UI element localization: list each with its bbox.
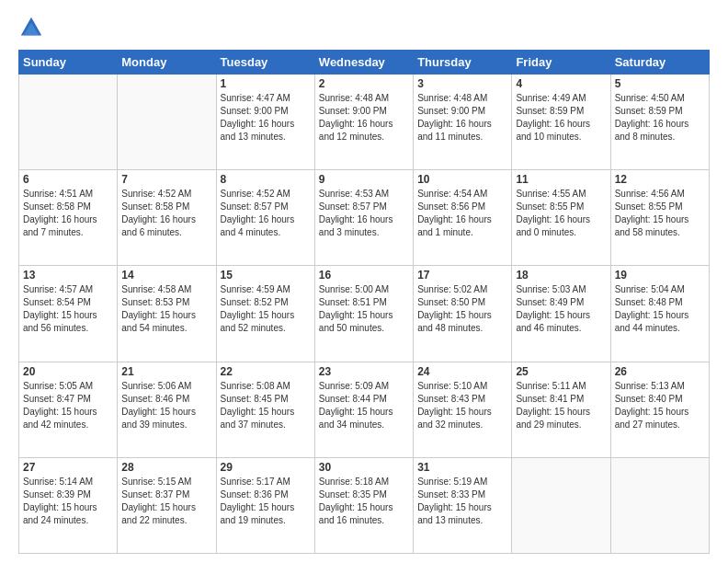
calendar-cell: 15Sunrise: 4:59 AMSunset: 8:52 PMDayligh…: [216, 266, 314, 362]
cell-daylight-info: Sunrise: 5:19 AMSunset: 8:33 PMDaylight:…: [417, 476, 507, 527]
day-number: 16: [319, 269, 409, 282]
calendar-cell: 18Sunrise: 5:03 AMSunset: 8:49 PMDayligh…: [512, 266, 610, 362]
calendar-cell: 28Sunrise: 5:15 AMSunset: 8:37 PMDayligh…: [118, 457, 216, 553]
day-number: 17: [417, 269, 507, 282]
cell-daylight-info: Sunrise: 5:03 AMSunset: 8:49 PMDaylight:…: [516, 283, 606, 335]
day-number: 11: [516, 173, 606, 186]
day-number: 8: [221, 173, 311, 186]
calendar-cell: 21Sunrise: 5:06 AMSunset: 8:46 PMDayligh…: [118, 362, 216, 457]
calendar-cell: 4Sunrise: 4:49 AMSunset: 8:59 PMDaylight…: [512, 75, 610, 170]
day-number: 14: [121, 269, 211, 282]
weekday-header-sunday: Sunday: [19, 51, 118, 75]
calendar-cell: [19, 75, 118, 170]
calendar-cell: 13Sunrise: 4:57 AMSunset: 8:54 PMDayligh…: [19, 266, 118, 362]
day-number: 3: [417, 77, 507, 90]
day-number: 1: [221, 77, 311, 90]
calendar-week-1: 1Sunrise: 4:47 AMSunset: 9:00 PMDaylight…: [19, 75, 710, 170]
calendar-cell: 17Sunrise: 5:02 AMSunset: 8:50 PMDayligh…: [414, 266, 512, 362]
cell-daylight-info: Sunrise: 5:13 AMSunset: 8:40 PMDaylight:…: [615, 380, 705, 431]
weekday-header-tuesday: Tuesday: [216, 51, 314, 75]
cell-daylight-info: Sunrise: 5:14 AMSunset: 8:39 PMDaylight:…: [23, 476, 113, 527]
calendar-cell: [610, 457, 709, 553]
calendar-cell: 10Sunrise: 4:54 AMSunset: 8:56 PMDayligh…: [414, 170, 512, 266]
calendar-cell: 22Sunrise: 5:08 AMSunset: 8:45 PMDayligh…: [216, 362, 314, 457]
day-number: 6: [23, 173, 113, 186]
logo-icon: [18, 15, 44, 40]
weekday-header-friday: Friday: [512, 51, 610, 75]
cell-daylight-info: Sunrise: 5:18 AMSunset: 8:35 PMDaylight:…: [319, 476, 409, 527]
day-number: 4: [516, 77, 606, 90]
day-number: 5: [615, 77, 705, 90]
day-number: 19: [615, 269, 705, 282]
calendar-cell: 23Sunrise: 5:09 AMSunset: 8:44 PMDayligh…: [314, 362, 413, 457]
calendar-cell: 16Sunrise: 5:00 AMSunset: 8:51 PMDayligh…: [314, 266, 413, 362]
calendar-cell: 8Sunrise: 4:52 AMSunset: 8:57 PMDaylight…: [216, 170, 314, 266]
calendar-week-5: 27Sunrise: 5:14 AMSunset: 8:39 PMDayligh…: [19, 457, 710, 553]
day-number: 21: [121, 365, 211, 378]
day-number: 10: [417, 173, 507, 186]
day-number: 2: [319, 77, 409, 90]
calendar-cell: 30Sunrise: 5:18 AMSunset: 8:35 PMDayligh…: [314, 457, 413, 553]
calendar-cell: 2Sunrise: 4:48 AMSunset: 9:00 PMDaylight…: [314, 75, 413, 170]
day-number: 20: [23, 365, 113, 378]
day-number: 22: [221, 365, 311, 378]
cell-daylight-info: Sunrise: 5:00 AMSunset: 8:51 PMDaylight:…: [319, 283, 409, 335]
cell-daylight-info: Sunrise: 4:48 AMSunset: 9:00 PMDaylight:…: [417, 92, 507, 144]
cell-daylight-info: Sunrise: 4:48 AMSunset: 9:00 PMDaylight:…: [319, 92, 409, 144]
page: SundayMondayTuesdayWednesdayThursdayFrid…: [0, 0, 728, 563]
calendar-cell: 3Sunrise: 4:48 AMSunset: 9:00 PMDaylight…: [414, 75, 512, 170]
cell-daylight-info: Sunrise: 5:17 AMSunset: 8:36 PMDaylight:…: [221, 476, 311, 527]
weekday-header-thursday: Thursday: [414, 51, 512, 75]
cell-daylight-info: Sunrise: 4:50 AMSunset: 8:59 PMDaylight:…: [615, 92, 705, 144]
calendar-cell: 19Sunrise: 5:04 AMSunset: 8:48 PMDayligh…: [610, 266, 709, 362]
weekday-header-monday: Monday: [118, 51, 216, 75]
day-number: 18: [516, 269, 606, 282]
cell-daylight-info: Sunrise: 5:10 AMSunset: 8:43 PMDaylight:…: [417, 380, 507, 431]
calendar-cell: 25Sunrise: 5:11 AMSunset: 8:41 PMDayligh…: [512, 362, 610, 457]
logo: [18, 15, 48, 40]
calendar-cell: 29Sunrise: 5:17 AMSunset: 8:36 PMDayligh…: [216, 457, 314, 553]
calendar-week-3: 13Sunrise: 4:57 AMSunset: 8:54 PMDayligh…: [19, 266, 710, 362]
cell-daylight-info: Sunrise: 4:51 AMSunset: 8:58 PMDaylight:…: [23, 188, 113, 239]
cell-daylight-info: Sunrise: 4:52 AMSunset: 8:57 PMDaylight:…: [221, 188, 311, 239]
calendar-cell: 6Sunrise: 4:51 AMSunset: 8:58 PMDaylight…: [19, 170, 118, 266]
calendar-cell: 27Sunrise: 5:14 AMSunset: 8:39 PMDayligh…: [19, 457, 118, 553]
cell-daylight-info: Sunrise: 4:49 AMSunset: 8:59 PMDaylight:…: [516, 92, 606, 144]
cell-daylight-info: Sunrise: 5:08 AMSunset: 8:45 PMDaylight:…: [221, 380, 311, 431]
weekday-header-row: SundayMondayTuesdayWednesdayThursdayFrid…: [19, 51, 710, 75]
day-number: 9: [319, 173, 409, 186]
cell-daylight-info: Sunrise: 4:59 AMSunset: 8:52 PMDaylight:…: [221, 283, 311, 335]
cell-daylight-info: Sunrise: 4:53 AMSunset: 8:57 PMDaylight:…: [319, 188, 409, 239]
cell-daylight-info: Sunrise: 5:02 AMSunset: 8:50 PMDaylight:…: [417, 283, 507, 335]
day-number: 27: [23, 461, 113, 474]
weekday-header-saturday: Saturday: [610, 51, 709, 75]
calendar-cell: 12Sunrise: 4:56 AMSunset: 8:55 PMDayligh…: [610, 170, 709, 266]
calendar-week-2: 6Sunrise: 4:51 AMSunset: 8:58 PMDaylight…: [19, 170, 710, 266]
calendar-cell: 24Sunrise: 5:10 AMSunset: 8:43 PMDayligh…: [414, 362, 512, 457]
calendar-cell: [118, 75, 216, 170]
cell-daylight-info: Sunrise: 5:04 AMSunset: 8:48 PMDaylight:…: [615, 283, 705, 335]
cell-daylight-info: Sunrise: 4:47 AMSunset: 9:00 PMDaylight:…: [221, 92, 311, 144]
day-number: 30: [319, 461, 409, 474]
calendar-cell: 20Sunrise: 5:05 AMSunset: 8:47 PMDayligh…: [19, 362, 118, 457]
day-number: 28: [121, 461, 211, 474]
cell-daylight-info: Sunrise: 5:06 AMSunset: 8:46 PMDaylight:…: [121, 380, 211, 431]
day-number: 26: [615, 365, 705, 378]
calendar-cell: 1Sunrise: 4:47 AMSunset: 9:00 PMDaylight…: [216, 75, 314, 170]
cell-daylight-info: Sunrise: 5:15 AMSunset: 8:37 PMDaylight:…: [121, 476, 211, 527]
cell-daylight-info: Sunrise: 4:55 AMSunset: 8:55 PMDaylight:…: [516, 188, 606, 239]
cell-daylight-info: Sunrise: 5:05 AMSunset: 8:47 PMDaylight:…: [23, 380, 113, 431]
calendar-cell: 9Sunrise: 4:53 AMSunset: 8:57 PMDaylight…: [314, 170, 413, 266]
day-number: 7: [121, 173, 211, 186]
day-number: 29: [221, 461, 311, 474]
day-number: 25: [516, 365, 606, 378]
calendar-cell: 5Sunrise: 4:50 AMSunset: 8:59 PMDaylight…: [610, 75, 709, 170]
calendar-cell: 11Sunrise: 4:55 AMSunset: 8:55 PMDayligh…: [512, 170, 610, 266]
cell-daylight-info: Sunrise: 4:56 AMSunset: 8:55 PMDaylight:…: [615, 188, 705, 239]
calendar-week-4: 20Sunrise: 5:05 AMSunset: 8:47 PMDayligh…: [19, 362, 710, 457]
cell-daylight-info: Sunrise: 4:57 AMSunset: 8:54 PMDaylight:…: [23, 283, 113, 335]
day-number: 13: [23, 269, 113, 282]
calendar-cell: 31Sunrise: 5:19 AMSunset: 8:33 PMDayligh…: [414, 457, 512, 553]
calendar-cell: 14Sunrise: 4:58 AMSunset: 8:53 PMDayligh…: [118, 266, 216, 362]
cell-daylight-info: Sunrise: 4:52 AMSunset: 8:58 PMDaylight:…: [121, 188, 211, 239]
